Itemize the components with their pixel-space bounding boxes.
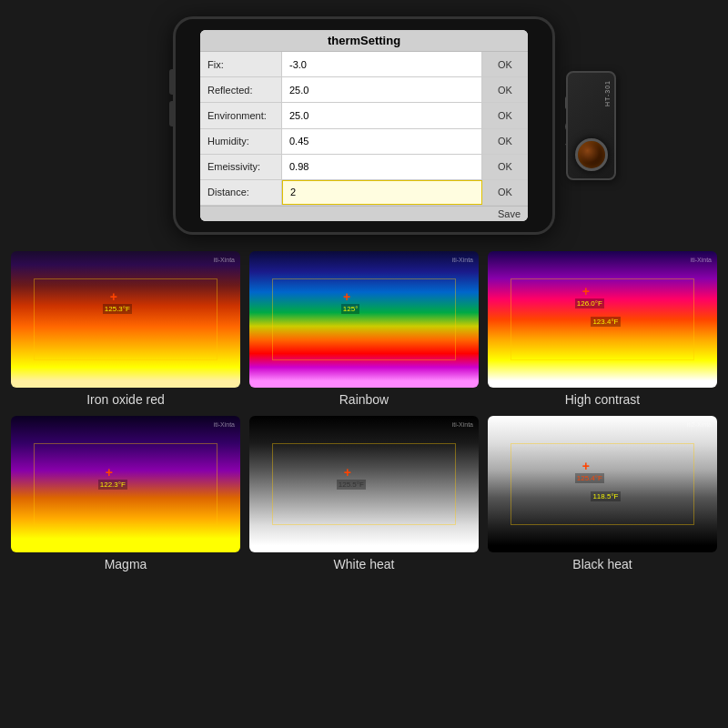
setting-row: Humidity: 0.45 OK <box>200 129 528 155</box>
watermark: iti-Xinta <box>452 421 473 428</box>
setting-value-environment[interactable]: 25.0 <box>282 103 482 127</box>
thermal-camera-attachment: HT-301 <box>566 71 616 180</box>
temperature-reading: 125.4°F <box>575 473 604 483</box>
setting-ok-humidity[interactable]: OK <box>482 129 528 154</box>
camera-lens <box>575 138 608 171</box>
volume-button-down <box>169 101 174 126</box>
crosshair-icon <box>346 295 355 304</box>
crosshair-icon <box>585 464 594 473</box>
watermark: iti-Xinta <box>214 257 235 263</box>
setting-ok-environment[interactable]: OK <box>482 103 528 127</box>
thermal-overlay: 122.3°F iti-Xinta <box>11 416 240 552</box>
temperature-reading-2: 123.4°F <box>591 317 620 327</box>
setting-value-emeissivity[interactable]: 0.98 <box>282 155 482 179</box>
volume-button-up <box>169 69 174 95</box>
setting-label-emeissivity: Emeissivity: <box>200 155 282 179</box>
crosshair-icon <box>108 470 117 480</box>
phone-device: thermSetting Fix: -3.0 OK Reflected: 25.… <box>173 16 555 235</box>
thermal-modes-grid: 125.3°F iti-Xinta Iron oxide red 125° it… <box>0 244 728 579</box>
watermark: iti-Xinta <box>214 421 235 428</box>
crosshair-icon <box>113 295 122 304</box>
setting-row: Fix: -3.0 OK <box>200 52 528 77</box>
setting-value-fix[interactable]: -3.0 <box>282 52 482 76</box>
thermal-image-white-heat: 125.5°F iti-Xinta <box>249 416 479 552</box>
thermal-image-iron-oxide: 125.3°F iti-Xinta <box>11 251 240 388</box>
thermal-mode-iron-oxide-red[interactable]: 125.3°F iti-Xinta Iron oxide red <box>11 251 240 407</box>
thermal-mode-black-heat[interactable]: 125.4°F 118.5°F iti2-Xinta Black heat <box>488 416 717 571</box>
setting-row: Reflected: 25.0 OK <box>200 77 528 103</box>
mode-label-iron-oxide: Iron oxide red <box>86 392 165 407</box>
setting-label-fix: Fix: <box>200 52 282 76</box>
mode-label-high-contrast: High contrast <box>565 392 640 407</box>
camera-model-label: HT-301 <box>604 80 611 106</box>
setting-ok-distance[interactable]: OK <box>482 180 528 205</box>
setting-row: Emeissivity: 0.98 OK <box>200 155 528 180</box>
thermal-overlay: 125° iti-Xinta <box>249 251 479 388</box>
thermal-mode-magma[interactable]: 122.3°F iti-Xinta Magma <box>11 416 240 571</box>
mode-label-magma: Magma <box>105 557 147 571</box>
screen-footer: Save <box>200 206 528 221</box>
thermal-overlay: 126.0°F 123.4°F iti-Xinta <box>488 251 717 388</box>
thermal-overlay: 125.4°F 118.5°F iti2-Xinta <box>488 416 717 552</box>
temperature-reading: 125° <box>341 304 360 314</box>
mode-label-rainbow: Rainbow <box>339 392 389 407</box>
save-button[interactable]: Save <box>498 208 521 219</box>
temperature-reading-2: 118.5°F <box>591 491 620 501</box>
thermal-overlay: 125.3°F iti-Xinta <box>11 251 240 388</box>
setting-value-distance[interactable]: 2 <box>282 180 482 205</box>
setting-label-environment: Environment: <box>200 103 282 127</box>
thermal-image-black-heat: 125.4°F 118.5°F iti2-Xinta <box>488 416 717 552</box>
phone-section: thermSetting Fix: -3.0 OK Reflected: 25.… <box>0 0 728 244</box>
mode-label-black-heat: Black heat <box>572 557 632 571</box>
setting-value-reflected[interactable]: 25.0 <box>282 77 482 102</box>
watermark: iti2-Xinta <box>687 421 712 428</box>
screen-title: thermSetting <box>200 30 528 52</box>
thermal-overlay: 125.5°F iti-Xinta <box>249 416 479 552</box>
thermal-mode-high-contrast[interactable]: 126.0°F 123.4°F iti-Xinta High contrast <box>488 251 717 407</box>
thermal-mode-rainbow[interactable]: 125° iti-Xinta Rainbow <box>249 251 479 407</box>
setting-label-distance: Distance: <box>200 180 282 205</box>
setting-ok-emeissivity[interactable]: OK <box>482 155 528 179</box>
crosshair-icon <box>585 289 594 298</box>
thermal-mode-white-heat[interactable]: 125.5°F iti-Xinta White heat <box>249 416 479 571</box>
temperature-reading: 122.3°F <box>98 480 127 490</box>
phone-screen: thermSetting Fix: -3.0 OK Reflected: 25.… <box>200 30 528 221</box>
temperature-reading: 125.5°F <box>337 480 366 490</box>
watermark: iti-Xinta <box>691 257 712 263</box>
mode-label-white-heat: White heat <box>334 557 395 571</box>
thermal-image-rainbow: 125° iti-Xinta <box>249 251 479 388</box>
temperature-reading: 125.3°F <box>103 304 132 314</box>
thermal-image-magma: 122.3°F iti-Xinta <box>11 416 240 552</box>
setting-label-humidity: Humidity: <box>200 129 282 154</box>
setting-value-humidity[interactable]: 0.45 <box>282 129 482 154</box>
setting-ok-reflected[interactable]: OK <box>482 77 528 102</box>
watermark: iti-Xinta <box>452 257 473 263</box>
crosshair-icon <box>347 470 356 480</box>
temperature-reading: 126.0°F <box>575 298 604 308</box>
setting-row: Environment: 25.0 OK <box>200 103 528 128</box>
setting-label-reflected: Reflected: <box>200 77 282 102</box>
setting-ok-fix[interactable]: OK <box>482 52 528 76</box>
setting-row-active: Distance: 2 OK <box>200 180 528 206</box>
thermal-image-high-contrast: 126.0°F 123.4°F iti-Xinta <box>488 251 717 388</box>
settings-table: Fix: -3.0 OK Reflected: 25.0 OK Environm… <box>200 52 528 206</box>
